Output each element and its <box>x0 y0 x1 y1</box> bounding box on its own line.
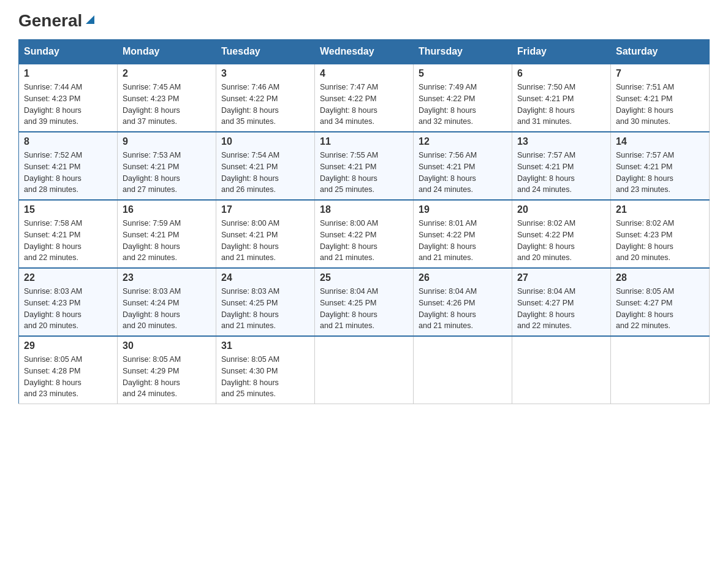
calendar-cell: 1 Sunrise: 7:44 AMSunset: 4:23 PMDayligh… <box>19 64 118 132</box>
calendar-cell: 18 Sunrise: 8:00 AMSunset: 4:22 PMDaylig… <box>315 200 414 268</box>
day-number: 3 <box>221 68 309 79</box>
day-number: 1 <box>24 68 112 79</box>
day-info: Sunrise: 8:03 AMSunset: 4:23 PMDaylight:… <box>24 286 112 332</box>
day-info: Sunrise: 7:54 AMSunset: 4:21 PMDaylight:… <box>221 150 309 196</box>
calendar-cell: 30 Sunrise: 8:05 AMSunset: 4:29 PMDaylig… <box>118 336 216 404</box>
day-info: Sunrise: 8:00 AMSunset: 4:22 PMDaylight:… <box>320 218 408 264</box>
calendar-week-row: 22 Sunrise: 8:03 AMSunset: 4:23 PMDaylig… <box>19 268 710 336</box>
day-info: Sunrise: 8:05 AMSunset: 4:28 PMDaylight:… <box>24 354 112 400</box>
calendar-cell: 6 Sunrise: 7:50 AMSunset: 4:21 PMDayligh… <box>512 64 611 132</box>
day-info: Sunrise: 8:03 AMSunset: 4:25 PMDaylight:… <box>221 286 309 332</box>
calendar-week-row: 1 Sunrise: 7:44 AMSunset: 4:23 PMDayligh… <box>19 64 710 132</box>
calendar-cell: 21 Sunrise: 8:02 AMSunset: 4:23 PMDaylig… <box>611 200 710 268</box>
day-info: Sunrise: 7:45 AMSunset: 4:23 PMDaylight:… <box>123 82 211 128</box>
day-number: 10 <box>221 136 309 147</box>
calendar-table: SundayMondayTuesdayWednesdayThursdayFrid… <box>18 39 710 404</box>
day-number: 29 <box>24 340 112 351</box>
day-number: 21 <box>616 204 704 215</box>
calendar-cell: 19 Sunrise: 8:01 AMSunset: 4:22 PMDaylig… <box>414 200 512 268</box>
calendar-cell: 7 Sunrise: 7:51 AMSunset: 4:21 PMDayligh… <box>611 64 710 132</box>
day-number: 31 <box>221 340 309 351</box>
header-wednesday: Wednesday <box>315 40 414 64</box>
day-number: 22 <box>24 272 112 283</box>
day-info: Sunrise: 7:53 AMSunset: 4:21 PMDaylight:… <box>123 150 211 196</box>
day-number: 14 <box>616 136 704 147</box>
calendar-cell: 20 Sunrise: 8:02 AMSunset: 4:22 PMDaylig… <box>512 200 611 268</box>
calendar-cell: 22 Sunrise: 8:03 AMSunset: 4:23 PMDaylig… <box>19 268 118 336</box>
day-number: 8 <box>24 136 112 147</box>
calendar-week-row: 15 Sunrise: 7:58 AMSunset: 4:21 PMDaylig… <box>19 200 710 268</box>
day-number: 15 <box>24 204 112 215</box>
day-info: Sunrise: 8:05 AMSunset: 4:27 PMDaylight:… <box>616 286 704 332</box>
header-friday: Friday <box>512 40 611 64</box>
day-info: Sunrise: 8:03 AMSunset: 4:24 PMDaylight:… <box>123 286 211 332</box>
header-monday: Monday <box>118 40 216 64</box>
page-header: General <box>18 12 710 27</box>
day-number: 24 <box>221 272 309 283</box>
calendar-cell: 16 Sunrise: 7:59 AMSunset: 4:21 PMDaylig… <box>118 200 216 268</box>
calendar-week-row: 8 Sunrise: 7:52 AMSunset: 4:21 PMDayligh… <box>19 132 710 200</box>
calendar-cell: 3 Sunrise: 7:46 AMSunset: 4:22 PMDayligh… <box>216 64 315 132</box>
day-number: 25 <box>320 272 408 283</box>
calendar-cell: 4 Sunrise: 7:47 AMSunset: 4:22 PMDayligh… <box>315 64 414 132</box>
day-info: Sunrise: 7:50 AMSunset: 4:21 PMDaylight:… <box>517 82 605 128</box>
header-saturday: Saturday <box>611 40 710 64</box>
day-info: Sunrise: 7:51 AMSunset: 4:21 PMDaylight:… <box>616 82 704 128</box>
day-number: 6 <box>517 68 605 79</box>
day-number: 13 <box>517 136 605 147</box>
calendar-cell: 11 Sunrise: 7:55 AMSunset: 4:21 PMDaylig… <box>315 132 414 200</box>
calendar-cell: 24 Sunrise: 8:03 AMSunset: 4:25 PMDaylig… <box>216 268 315 336</box>
day-number: 11 <box>320 136 408 147</box>
logo-text-general: General <box>18 12 82 29</box>
day-number: 2 <box>123 68 211 79</box>
day-number: 30 <box>123 340 211 351</box>
day-number: 23 <box>123 272 211 283</box>
day-info: Sunrise: 7:59 AMSunset: 4:21 PMDaylight:… <box>123 218 211 264</box>
day-number: 20 <box>517 204 605 215</box>
calendar-cell: 13 Sunrise: 7:57 AMSunset: 4:21 PMDaylig… <box>512 132 611 200</box>
day-info: Sunrise: 7:52 AMSunset: 4:21 PMDaylight:… <box>24 150 112 196</box>
day-info: Sunrise: 7:56 AMSunset: 4:21 PMDaylight:… <box>419 150 507 196</box>
calendar-cell: 5 Sunrise: 7:49 AMSunset: 4:22 PMDayligh… <box>414 64 512 132</box>
day-info: Sunrise: 8:02 AMSunset: 4:22 PMDaylight:… <box>517 218 605 264</box>
day-info: Sunrise: 8:00 AMSunset: 4:21 PMDaylight:… <box>221 218 309 264</box>
logo: General <box>18 12 97 27</box>
calendar-cell: 15 Sunrise: 7:58 AMSunset: 4:21 PMDaylig… <box>19 200 118 268</box>
day-info: Sunrise: 8:05 AMSunset: 4:30 PMDaylight:… <box>221 354 309 400</box>
day-number: 19 <box>419 204 507 215</box>
calendar-cell: 2 Sunrise: 7:45 AMSunset: 4:23 PMDayligh… <box>118 64 216 132</box>
header-sunday: Sunday <box>19 40 118 64</box>
day-info: Sunrise: 8:05 AMSunset: 4:29 PMDaylight:… <box>123 354 211 400</box>
calendar-body: 1 Sunrise: 7:44 AMSunset: 4:23 PMDayligh… <box>19 64 710 404</box>
logo-triangle-icon <box>83 13 97 26</box>
calendar-cell: 31 Sunrise: 8:05 AMSunset: 4:30 PMDaylig… <box>216 336 315 404</box>
calendar-cell: 10 Sunrise: 7:54 AMSunset: 4:21 PMDaylig… <box>216 132 315 200</box>
day-number: 18 <box>320 204 408 215</box>
day-number: 16 <box>123 204 211 215</box>
calendar-cell: 29 Sunrise: 8:05 AMSunset: 4:28 PMDaylig… <box>19 336 118 404</box>
day-info: Sunrise: 7:57 AMSunset: 4:21 PMDaylight:… <box>517 150 605 196</box>
calendar-header-row: SundayMondayTuesdayWednesdayThursdayFrid… <box>19 40 710 64</box>
calendar-cell <box>315 336 414 404</box>
day-number: 26 <box>419 272 507 283</box>
day-number: 5 <box>419 68 507 79</box>
day-info: Sunrise: 7:47 AMSunset: 4:22 PMDaylight:… <box>320 82 408 128</box>
calendar-cell <box>414 336 512 404</box>
calendar-cell: 26 Sunrise: 8:04 AMSunset: 4:26 PMDaylig… <box>414 268 512 336</box>
calendar-cell: 28 Sunrise: 8:05 AMSunset: 4:27 PMDaylig… <box>611 268 710 336</box>
calendar-cell: 23 Sunrise: 8:03 AMSunset: 4:24 PMDaylig… <box>118 268 216 336</box>
day-number: 28 <box>616 272 704 283</box>
day-info: Sunrise: 7:44 AMSunset: 4:23 PMDaylight:… <box>24 82 112 128</box>
day-number: 12 <box>419 136 507 147</box>
day-info: Sunrise: 8:04 AMSunset: 4:25 PMDaylight:… <box>320 286 408 332</box>
calendar-cell: 25 Sunrise: 8:04 AMSunset: 4:25 PMDaylig… <box>315 268 414 336</box>
day-number: 4 <box>320 68 408 79</box>
day-info: Sunrise: 8:04 AMSunset: 4:26 PMDaylight:… <box>419 286 507 332</box>
day-info: Sunrise: 7:58 AMSunset: 4:21 PMDaylight:… <box>24 218 112 264</box>
day-number: 7 <box>616 68 704 79</box>
calendar-cell: 27 Sunrise: 8:04 AMSunset: 4:27 PMDaylig… <box>512 268 611 336</box>
day-info: Sunrise: 8:02 AMSunset: 4:23 PMDaylight:… <box>616 218 704 264</box>
header-tuesday: Tuesday <box>216 40 315 64</box>
calendar-cell: 12 Sunrise: 7:56 AMSunset: 4:21 PMDaylig… <box>414 132 512 200</box>
day-info: Sunrise: 8:01 AMSunset: 4:22 PMDaylight:… <box>419 218 507 264</box>
